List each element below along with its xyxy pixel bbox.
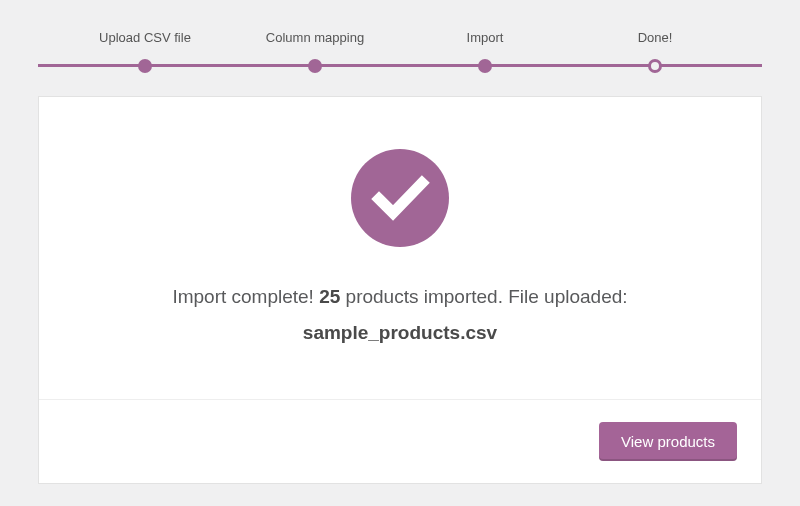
message-prefix: Import complete! — [172, 286, 319, 307]
import-stepper: Upload CSV file Column mapping Import Do… — [38, 30, 762, 70]
view-products-button[interactable]: View products — [599, 422, 737, 461]
step-dot-icon — [308, 59, 322, 73]
uploaded-filename: sample_products.csv — [303, 322, 497, 343]
card-footer: View products — [39, 399, 761, 483]
step-label: Done! — [638, 30, 673, 45]
card-body: Import complete! 25 products imported. F… — [39, 97, 761, 399]
step-label: Upload CSV file — [99, 30, 191, 45]
step-done: Done! — [570, 30, 740, 73]
step-column-mapping: Column mapping — [230, 30, 400, 73]
checkmark-icon — [351, 149, 449, 251]
message-mid: products imported. File uploaded: — [340, 286, 627, 307]
step-dot-current-icon — [648, 59, 662, 73]
step-label: Column mapping — [266, 30, 364, 45]
step-upload-csv: Upload CSV file — [60, 30, 230, 73]
step-dot-icon — [478, 59, 492, 73]
step-import: Import — [400, 30, 570, 73]
import-message: Import complete! 25 products imported. F… — [172, 279, 627, 351]
import-result-card: Import complete! 25 products imported. F… — [38, 96, 762, 484]
step-label: Import — [467, 30, 504, 45]
step-dot-icon — [138, 59, 152, 73]
imported-count: 25 — [319, 286, 340, 307]
